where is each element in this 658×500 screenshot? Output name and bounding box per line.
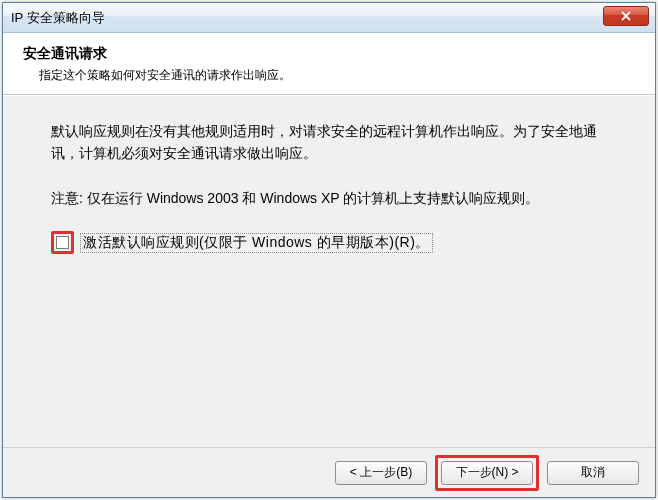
content-paragraph-2: 注意: 仅在运行 Windows 2003 和 Windows XP 的计算机上…: [51, 187, 607, 209]
next-button-highlight: 下一步(N) >: [435, 455, 539, 491]
titlebar: IP 安全策略向导: [3, 3, 655, 33]
window-title: IP 安全策略向导: [11, 9, 105, 27]
content-paragraph-1: 默认响应规则在没有其他规则适用时，对请求安全的远程计算机作出响应。为了安全地通讯…: [51, 120, 607, 165]
close-icon: [620, 11, 632, 21]
back-button[interactable]: < 上一步(B): [335, 461, 427, 485]
wizard-content: 默认响应规则在没有其他规则适用时，对请求安全的远程计算机作出响应。为了安全地通讯…: [3, 96, 655, 448]
checkbox-label[interactable]: 激活默认响应规则(仅限于 Windows 的早期版本)(R)。: [80, 233, 433, 253]
wizard-header: 安全通讯请求 指定这个策略如何对安全通讯的请求作出响应。: [3, 33, 655, 95]
checkbox-highlight: [51, 231, 74, 254]
wizard-window: IP 安全策略向导 安全通讯请求 指定这个策略如何对安全通讯的请求作出响应。 默…: [2, 2, 656, 498]
header-subtitle: 指定这个策略如何对安全通讯的请求作出响应。: [23, 67, 635, 84]
header-title: 安全通讯请求: [23, 45, 635, 63]
cancel-button[interactable]: 取消: [547, 461, 639, 485]
next-button[interactable]: 下一步(N) >: [441, 461, 533, 485]
checkbox-row: 激活默认响应规则(仅限于 Windows 的早期版本)(R)。: [51, 231, 607, 254]
button-bar: < 上一步(B) 下一步(N) > 取消: [3, 447, 655, 497]
close-button[interactable]: [603, 6, 649, 26]
activate-default-rule-checkbox[interactable]: [56, 236, 69, 249]
